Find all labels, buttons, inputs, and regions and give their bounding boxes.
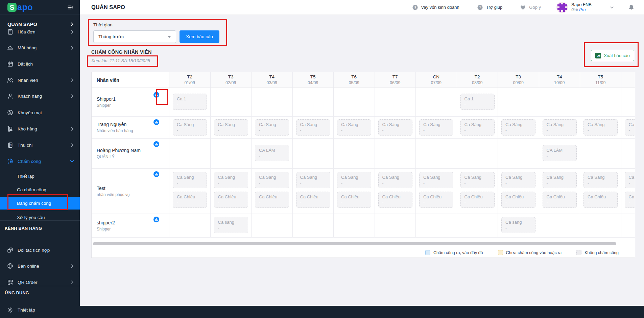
- shift-chip[interactable]: Ca Chiều-: [583, 192, 618, 208]
- horizontal-scrollbar[interactable]: [93, 242, 616, 245]
- staff-detail-icon[interactable]: [153, 171, 159, 177]
- svg-text:$: $: [10, 144, 11, 146]
- shift-chip[interactable]: Ca Chiều-: [173, 192, 207, 208]
- shift-chip[interactable]: Ca Chiều-: [378, 192, 412, 208]
- staff-detail-icon[interactable]: [153, 217, 159, 222]
- shift-chip[interactable]: Ca Chiều-: [255, 192, 289, 208]
- sapo-logo[interactable]: S apo: [7, 2, 33, 12]
- shift-cell: [375, 88, 416, 116]
- chevron-right-icon: [70, 127, 74, 131]
- shift-chip[interactable]: Ca sáng-: [214, 217, 248, 233]
- shift-chip[interactable]: Ca Chiều-: [625, 192, 636, 208]
- shift-chip[interactable]: Ca sáng-: [501, 217, 535, 233]
- topbar-link-vay-vốn-kinh-doanh[interactable]: $Vay vốn kinh doanh: [412, 4, 459, 10]
- shift-chip[interactable]: Ca Sáng-: [583, 172, 618, 188]
- sidebar-subitem-xử-lý-yêu-cầu[interactable]: Xử lý yêu cầu: [0, 212, 80, 223]
- shift-cell: [252, 214, 293, 237]
- staff-detail-icon[interactable]: [153, 92, 159, 98]
- sidebar-item-bán-online[interactable]: Bán online: [0, 261, 80, 271]
- shift-chip[interactable]: Ca Sáng-: [501, 119, 535, 136]
- shift-chip[interactable]: Ca Sáng-: [296, 119, 330, 136]
- shift-cell: [621, 214, 635, 237]
- view-report-button[interactable]: Xem báo cáo: [180, 30, 219, 43]
- shift-chip[interactable]: Ca 1-: [173, 94, 207, 110]
- sidebar: S apo QUÁN SAPOHóa đơnMặt hàngĐặt lịchNh…: [0, 0, 80, 318]
- shift-chip[interactable]: Ca 1-: [460, 94, 495, 110]
- fingerprint-icon: [7, 158, 14, 165]
- shift-chip[interactable]: Ca Chiều-: [460, 192, 495, 208]
- sidebar-item-8[interactable]: $Thu chi: [0, 140, 80, 150]
- shift-chip[interactable]: Ca Sáng-: [625, 172, 636, 188]
- shift-chip[interactable]: CA LÀM-: [543, 145, 577, 161]
- shift-cell: Ca sáng-: [211, 214, 252, 237]
- account-chevron-down-icon[interactable]: [609, 5, 615, 10]
- staff-detail-icon[interactable]: [153, 119, 159, 125]
- shift-chip[interactable]: CA LÀM-: [255, 145, 289, 161]
- staff-cell: Hoàng Phương Nam QUẢN LÝ: [92, 139, 169, 168]
- sidebar-item-1[interactable]: Hóa đơn: [0, 26, 80, 37]
- sidebar-item-9[interactable]: Chấm công: [0, 156, 80, 167]
- shift-chip[interactable]: Ca Sáng-: [583, 119, 618, 136]
- shift-chip[interactable]: Ca Sáng-: [337, 119, 371, 136]
- shift-chip[interactable]: Ca Chiều-: [501, 192, 535, 208]
- shift-cell: CA LÀM-: [252, 139, 293, 168]
- column-header-day-6: T706/09: [375, 72, 416, 88]
- shift-chip[interactable]: Ca Sáng-: [255, 172, 289, 188]
- notification-bell-icon[interactable]: [628, 4, 635, 10]
- shift-cell: Ca Sáng-Ca Chiều-: [375, 169, 416, 214]
- shift-chip[interactable]: Ca Chiều-: [296, 192, 330, 208]
- sidebar-subitem-ca-chấm-công[interactable]: Ca chấm công: [0, 184, 80, 195]
- sidebar-subitem-bảng-chấm-công[interactable]: Bảng chấm công: [0, 197, 80, 210]
- shift-cell: Ca Sáng-Ca Chiều-: [169, 169, 211, 214]
- sidebar-item-7[interactable]: Kho hàng: [0, 123, 80, 134]
- shift-chip[interactable]: Ca Chiều-: [543, 192, 577, 208]
- sidebar-item-6[interactable]: Khuyến mại: [0, 107, 80, 118]
- shift-chip[interactable]: Ca Sáng-: [625, 119, 636, 136]
- shift-cell: [375, 214, 416, 237]
- shift-cell: Ca sáng-: [498, 214, 539, 237]
- shift-cell: [293, 214, 334, 237]
- shift-cell: Ca Sáng-: [539, 117, 580, 138]
- shift-chip[interactable]: Ca Sáng-: [378, 172, 412, 188]
- sidebar-collapse-icon[interactable]: [67, 4, 74, 11]
- shift-chip[interactable]: Ca Chiều-: [337, 192, 371, 208]
- shift-chip[interactable]: Ca Sáng-: [501, 172, 535, 188]
- shift-cell: Ca 1-: [169, 88, 211, 116]
- shift-chip[interactable]: Ca Sáng-: [255, 119, 289, 136]
- shift-chip[interactable]: Ca Sáng-: [214, 172, 248, 188]
- shift-chip[interactable]: Ca Sáng-: [419, 172, 453, 188]
- export-report-button[interactable]: x Xuất báo cáo: [591, 50, 634, 61]
- page: S apo QUÁN SAPOHóa đơnMặt hàngĐặt lịchNh…: [0, 0, 644, 318]
- shift-chip[interactable]: Ca Sáng-: [296, 172, 330, 188]
- sidebar-item-3[interactable]: Đặt lịch: [0, 58, 80, 69]
- shift-chip[interactable]: Ca Sáng-: [378, 119, 412, 136]
- staff-role: Shipper: [97, 227, 169, 231]
- sidebar-subitem-thiết-lập[interactable]: Thiết lập: [0, 171, 80, 181]
- sidebar-item-2[interactable]: Mặt hàng: [0, 42, 80, 53]
- shift-cell: Ca Sáng-Ca Chiều-: [334, 169, 375, 214]
- staff-detail-icon[interactable]: [153, 141, 159, 147]
- shift-chip[interactable]: Ca Sáng-: [543, 172, 577, 188]
- topbar-link-trợ-giúp[interactable]: ?Trợ giúp: [477, 4, 503, 10]
- shift-chip[interactable]: Ca Sáng-: [543, 119, 577, 136]
- sidebar-item-app-thiết-lập[interactable]: Thiết lập: [0, 304, 80, 315]
- avatar[interactable]: [556, 2, 568, 13]
- shift-chip[interactable]: Ca Sáng-: [460, 119, 495, 136]
- time-range-select[interactable]: Tháng trước: [93, 30, 176, 43]
- shift-chip[interactable]: Ca Sáng-: [214, 119, 248, 136]
- shift-chip[interactable]: Ca Chiều-: [419, 192, 453, 208]
- heart-icon: [520, 4, 526, 10]
- shift-chip[interactable]: Ca Sáng-: [173, 119, 207, 136]
- shift-chip[interactable]: Ca Sáng-: [173, 172, 207, 188]
- sidebar-item-5[interactable]: Khách hàng: [0, 91, 80, 101]
- sidebar-item-đối-tác-tích-hợp[interactable]: Đối tác tích hợp: [0, 245, 80, 255]
- shift-cell: [169, 139, 211, 168]
- shift-chip[interactable]: Ca Sáng-: [460, 172, 495, 188]
- topbar-link-góp-ý[interactable]: Góp ý: [520, 4, 541, 10]
- shift-cell: [621, 88, 635, 116]
- sidebar-item-4[interactable]: Nhân viên: [0, 75, 80, 85]
- shift-chip[interactable]: Ca Chiều-: [214, 192, 248, 208]
- promo-icon: [7, 109, 14, 116]
- shift-chip[interactable]: Ca Sáng-: [337, 172, 371, 188]
- shift-chip[interactable]: Ca Sáng-: [419, 119, 453, 136]
